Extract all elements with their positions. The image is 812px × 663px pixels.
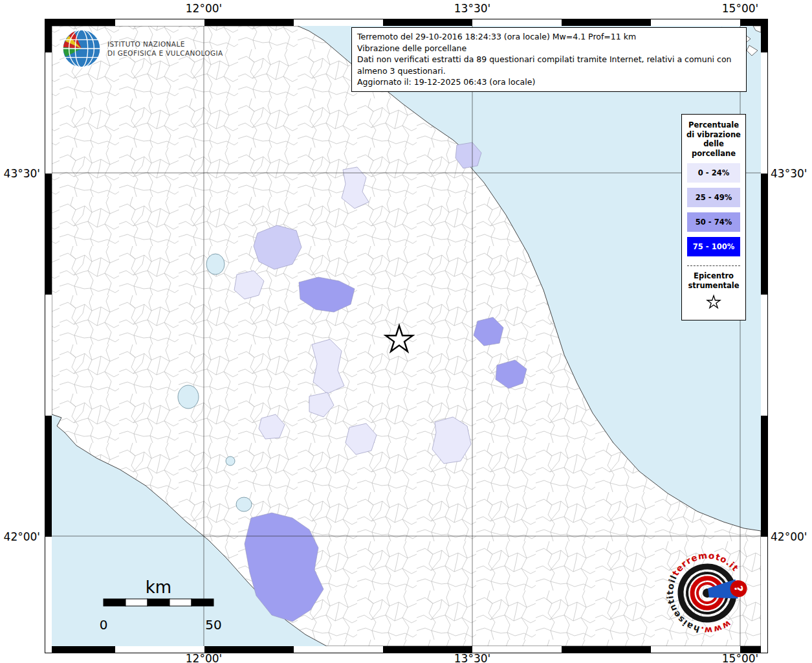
legend-title-line1: Percentuale (682, 120, 745, 130)
legend-separator (687, 265, 740, 266)
coord-top-2: 13°30' (454, 2, 490, 15)
event-updated: Aggiornato il: 19-12-2025 06:43 (ora loc… (357, 76, 741, 88)
legend: Percentuale di vibrazione delle porcella… (681, 114, 746, 320)
ingv-logo: ISTITUTO NAZIONALE DI GEOFISICA E VULCAN… (61, 28, 223, 69)
coord-right-1: 43°30' (771, 167, 807, 180)
legend-epicenter-star-icon (682, 294, 745, 313)
legend-title-line2: di vibrazione (682, 130, 745, 140)
coord-left-2: 42°00' (0, 530, 40, 543)
legend-item-75-100: 75 - 100% (687, 237, 740, 256)
map-frame-right (760, 19, 768, 653)
coord-top-1: 12°00' (186, 2, 222, 15)
event-disclaimer: Dati non verificati estratti da 89 quest… (357, 54, 741, 76)
coord-bottom-1: 12°00' (186, 652, 222, 663)
legend-item-25-49: 25 - 49% (687, 188, 740, 207)
lake-3 (226, 456, 235, 466)
event-question: Vibrazione delle porcellane (357, 43, 741, 54)
event-info-box: Terremoto del 29-10-2016 18:24:33 (ora l… (351, 27, 747, 92)
lake-1 (206, 254, 225, 275)
ingv-name-line2: DI GEOFISICA E VULCANOLOGIA (107, 49, 223, 58)
event-title: Terremoto del 29-10-2016 18:24:33 (ora l… (357, 31, 741, 43)
coord-top-3: 15°00' (722, 2, 758, 15)
map-canvas: km 0 50 ? www.haisentitoilterrem (52, 26, 761, 646)
coord-bottom-2: 13°30' (454, 652, 490, 663)
legend-epicenter-line2: strumentale (682, 281, 745, 291)
coord-bottom-3: 15°00' (722, 652, 758, 663)
legend-item-0-24: 0 - 24% (687, 163, 740, 183)
lake-4 (236, 497, 252, 511)
lake-2 (178, 385, 199, 409)
legend-epicenter-line1: Epicentro (682, 271, 745, 281)
legend-title-line4: porcellane (682, 149, 745, 159)
coord-right-2: 42°00' (771, 530, 807, 543)
legend-item-50-74: 50 - 74% (687, 212, 740, 232)
ingv-name: ISTITUTO NAZIONALE DI GEOFISICA E VULCAN… (107, 39, 223, 58)
scale-end-label: 50 (205, 617, 221, 633)
screenshot-root: 12°00' 13°30' 15°00' 12°00' 13°30' 15°00… (0, 0, 812, 663)
ingv-name-line1: ISTITUTO NAZIONALE (107, 39, 223, 49)
legend-title-line3: delle (682, 139, 745, 149)
coord-left-1: 43°30' (0, 167, 40, 180)
map-frame-bottom (45, 646, 768, 653)
scale-unit-label: km (146, 578, 171, 597)
scale-start-label: 0 (100, 617, 108, 633)
ingv-globe-icon (61, 28, 102, 69)
